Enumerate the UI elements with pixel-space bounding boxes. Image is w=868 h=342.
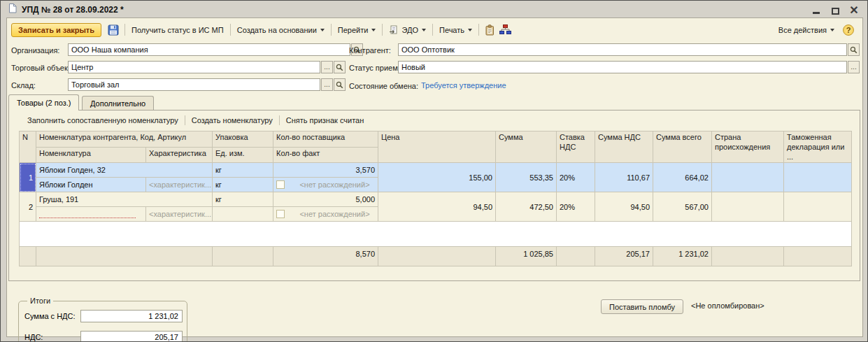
warehouse-field[interactable] xyxy=(68,78,320,91)
help-icon[interactable]: ? xyxy=(843,24,854,36)
set-seal-button[interactable]: Поставить пломбу xyxy=(601,299,683,314)
save-icon[interactable] xyxy=(106,23,121,37)
col-header-price[interactable]: Цена xyxy=(378,131,496,163)
cell-price[interactable]: 94,50 xyxy=(378,192,496,222)
goods-tab-panel: Заполнить сопоставленную номенклатуру Со… xyxy=(8,110,860,281)
col-header-country[interactable]: Страна происхождения xyxy=(712,131,784,163)
organization-field[interactable] xyxy=(68,43,350,56)
toolbar-separator xyxy=(230,24,231,36)
tab-additional[interactable]: Дополнительно xyxy=(82,96,154,111)
cell-country[interactable] xyxy=(712,192,784,222)
all-actions-label: Все действия xyxy=(778,26,827,34)
cell-row-number[interactable]: 2 xyxy=(20,192,36,222)
maximize-icon[interactable] xyxy=(830,4,841,15)
sum-with-vat-label: Сумма с НДС: xyxy=(24,312,80,320)
cell-customs[interactable] xyxy=(784,192,852,222)
warehouse-magnifier-icon[interactable] xyxy=(334,78,346,91)
cell-characteristic[interactable]: <характеристик... xyxy=(146,178,213,192)
cell-sum-total[interactable]: 567,00 xyxy=(653,192,712,222)
totals-vat-sum: 205,17 xyxy=(595,247,653,266)
create-nomenclature-button[interactable]: Создать номенклатуру xyxy=(187,115,277,126)
col-header-packaging[interactable]: Упаковка xyxy=(213,131,273,148)
no-discrepancy-checkbox[interactable] xyxy=(276,210,285,218)
totals-sum: 1 025,85 xyxy=(496,247,557,266)
trade-object-ellipsis-button[interactable]: ... xyxy=(321,61,333,73)
cell-sum-total[interactable]: 664,02 xyxy=(653,163,712,192)
counterparty-field[interactable] xyxy=(398,43,847,56)
cell-sum[interactable]: 553,35 xyxy=(496,163,557,192)
cell-qty-fact[interactable]: <нет расхождений> xyxy=(273,207,378,222)
no-discrepancy-checkbox[interactable] xyxy=(276,180,285,189)
document-icon xyxy=(8,3,17,16)
table-row[interactable]: 1 Яблоки Голден, 32 кг 3,570 155,00 553,… xyxy=(20,163,852,178)
cell-price[interactable]: 155,00 xyxy=(378,163,496,192)
col-header-sum[interactable]: Сумма xyxy=(496,131,557,163)
cell-country[interactable] xyxy=(712,163,784,192)
cell-row-number[interactable]: 1 xyxy=(20,163,36,192)
unset-scanned-flag-button[interactable]: Снять признак считан xyxy=(282,115,368,126)
counterparty-magnifier-icon[interactable] xyxy=(848,43,860,56)
hierarchy-icon[interactable] xyxy=(497,23,513,36)
sum-with-vat-field[interactable] xyxy=(80,310,183,322)
table-row[interactable]: 2 Груша, 191 кг 5,000 94,50 472,50 20% 9… xyxy=(20,192,852,207)
get-status-button[interactable]: Получить статус в ИС МП xyxy=(129,24,227,36)
totals-n xyxy=(20,247,36,266)
clipboard-icon[interactable] xyxy=(483,23,497,37)
fill-mapped-nomenclature-button[interactable]: Заполнить сопоставленную номенклатуру xyxy=(23,115,183,126)
print-button[interactable]: Печать xyxy=(436,24,475,36)
exchange-state-link[interactable]: Требуется утверждение xyxy=(421,80,506,91)
minimize-icon[interactable] xyxy=(811,4,822,15)
col-header-nomenclature-counterparty[interactable]: Номенклатура контрагента, Код, Артикул xyxy=(36,131,213,148)
cell-sum[interactable]: 472,50 xyxy=(496,192,557,222)
trade-object-magnifier-icon[interactable] xyxy=(334,61,346,73)
col-header-nomenclature[interactable]: Номенклатура xyxy=(36,147,146,163)
cell-counterparty-item[interactable]: Яблоки Голден, 32 xyxy=(36,163,213,178)
cell-qty-fact[interactable]: <нет расхождений> xyxy=(273,178,378,192)
vat-field[interactable] xyxy=(80,331,183,342)
form-client-area: Записать и закрыть Получить статус в ИС … xyxy=(6,17,863,337)
col-header-unit[interactable]: Ед. изм. xyxy=(213,147,273,163)
acceptance-status-field[interactable] xyxy=(398,61,847,73)
command-separator xyxy=(185,115,185,125)
cell-vat-sum[interactable]: 94,50 xyxy=(595,192,653,222)
col-header-vat-rate[interactable]: Ставка НДС xyxy=(557,131,595,163)
edo-label: ЭДО xyxy=(401,26,418,34)
toolbar-separator xyxy=(432,24,433,36)
col-header-n[interactable]: N xyxy=(20,131,36,163)
cell-vat-rate[interactable]: 20% xyxy=(557,192,595,222)
cell-nomenclature[interactable]: Яблоки Голден xyxy=(36,178,146,192)
cell-unit[interactable] xyxy=(213,207,273,222)
cell-characteristic[interactable]: <характеристик... xyxy=(146,207,213,222)
cell-counterparty-item[interactable]: Груша, 191 xyxy=(36,192,213,207)
col-header-customs[interactable]: Таможенная декларация или ... xyxy=(784,131,852,163)
cell-qty-supplier[interactable]: 5,000 xyxy=(273,192,378,207)
go-to-button[interactable]: Перейти xyxy=(335,24,379,36)
col-header-qty-fact[interactable]: Кол-во факт xyxy=(273,147,378,163)
col-header-vat-sum[interactable]: Сумма НДС xyxy=(595,131,653,163)
col-header-sum-total[interactable]: Сумма всего xyxy=(653,131,712,163)
cell-nomenclature-empty[interactable] xyxy=(36,207,146,222)
create-based-on-button[interactable]: Создать на основании xyxy=(234,24,327,36)
cell-vat-rate[interactable]: 20% xyxy=(557,163,595,192)
save-and-close-button[interactable]: Записать и закрыть xyxy=(11,23,101,37)
totals-group-legend: Итоги xyxy=(27,297,53,305)
acceptance-status-ellipsis-button[interactable]: ... xyxy=(848,61,860,73)
cell-packaging[interactable]: кг xyxy=(213,192,273,207)
totals-country xyxy=(712,247,784,266)
all-actions-button[interactable]: Все действия xyxy=(776,24,837,36)
edo-button[interactable]: ЭДО xyxy=(386,23,429,37)
col-header-qty-supplier[interactable]: Кол-во поставщика xyxy=(273,131,378,148)
warehouse-ellipsis-button[interactable]: ... xyxy=(321,78,333,91)
close-icon[interactable]: ✕ xyxy=(848,4,860,15)
cell-packaging[interactable]: кг xyxy=(213,163,273,178)
cell-unit[interactable]: кг xyxy=(213,178,273,192)
trade-object-field[interactable] xyxy=(68,61,320,73)
no-discrepancy-label: <нет расхождений> xyxy=(294,210,375,218)
toolbar-separator xyxy=(382,24,383,36)
col-header-characteristic[interactable]: Характеристика xyxy=(146,147,213,163)
tab-goods[interactable]: Товары (2 поз.) xyxy=(8,94,79,111)
cell-customs[interactable] xyxy=(784,163,852,192)
cell-qty-supplier[interactable]: 3,570 xyxy=(273,163,378,178)
cell-vat-sum[interactable]: 110,67 xyxy=(595,163,653,192)
totals-qty: 8,570 xyxy=(273,247,378,266)
